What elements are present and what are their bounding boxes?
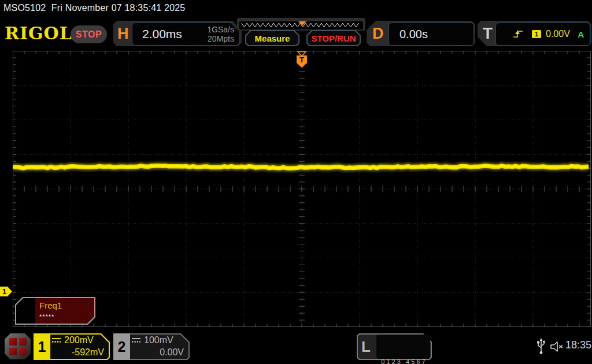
logic-badge-letter: L — [357, 333, 375, 360]
logic-channels-badge[interactable]: L 0 1 2 3 4 5 6 7 8 9 10 11 12 13 14 15 — [357, 333, 432, 360]
logic-channels-row1: 0 1 2 3 4 5 6 7 — [376, 356, 430, 364]
memory-depth: 20Mpts — [207, 34, 234, 43]
channel1-badge[interactable]: 1 200mV -592mV — [34, 333, 110, 360]
stop-run-button-label: STOP/RUN — [308, 31, 360, 45]
delay-readout: 0.00s — [388, 23, 474, 46]
delay-panel[interactable]: D 0.00s — [367, 21, 475, 46]
trigger-source-badge: 1 — [532, 30, 541, 38]
channel2-number: 2 — [113, 333, 130, 360]
trigger-readout: 1 0.00V A — [495, 23, 590, 46]
usb-icon — [536, 338, 546, 355]
speaker-muted-icon — [549, 340, 564, 353]
sample-rate: 1GSa/s — [207, 25, 234, 34]
measurement-value: ***** — [39, 313, 54, 320]
delay-label: D — [372, 21, 384, 46]
channel2-badge[interactable]: 2 100mV 0.00V — [113, 333, 190, 360]
channel1-level-marker[interactable]: 1 — [0, 287, 12, 296]
trigger-label: T — [483, 21, 493, 46]
channel1-offset: -592mV — [51, 346, 106, 358]
dc-coupling-icon — [131, 337, 141, 343]
channel1-waveform-trace — [13, 166, 589, 169]
rigol-logo: RIGOL — [5, 23, 72, 43]
channel2-scale: 100mV — [144, 334, 173, 346]
measurement-label: Freq1 — [39, 300, 62, 310]
waveform-preview-strip[interactable] — [237, 18, 365, 31]
grid-lines — [13, 51, 591, 327]
channel2-offset: 0.00V — [131, 346, 186, 358]
horizontal-label: H — [117, 21, 129, 46]
channel1-number: 1 — [34, 333, 50, 360]
rising-edge-trigger-icon — [512, 29, 524, 39]
measurement-item-freq1[interactable]: Freq1 ***** — [15, 297, 95, 325]
preview-waveform-icon — [237, 18, 365, 31]
menu-grid-icon — [9, 338, 17, 346]
device-title-and-datetime: MSO5102 Fri November 07 18:35:41 2025 — [3, 3, 185, 13]
trigger-marker-letter: T — [299, 55, 304, 64]
horizontal-settings-panel[interactable]: H 2.00ms 1GSa/s 20Mpts — [113, 21, 242, 46]
main-menu-grid-button[interactable] — [5, 333, 31, 359]
channel1-scale: 200mV — [64, 334, 94, 346]
graticule: T — [13, 51, 591, 327]
trigger-position-marker[interactable]: T — [297, 52, 307, 68]
sample-rate-memory-depth: 1GSa/s 20Mpts — [207, 25, 234, 43]
delay-value: 0.00s — [399, 23, 428, 45]
horizontal-readout: 2.00ms 1GSa/s 20Mpts — [132, 23, 239, 46]
status-clock: 18:35 — [565, 339, 591, 351]
acquisition-status-badge: STOP — [71, 25, 107, 43]
trigger-sweep-mode: A — [578, 29, 584, 39]
stop-run-button[interactable]: STOP/RUN — [306, 30, 361, 46]
trigger-level-value: 0.00V — [546, 29, 570, 39]
timebase-value: 2.00ms — [142, 23, 182, 45]
trigger-panel[interactable]: T 1 0.00V A — [478, 21, 591, 46]
dc-coupling-icon — [51, 337, 61, 343]
measure-button-label: Measure — [246, 31, 298, 45]
measure-button[interactable]: Measure — [245, 30, 299, 46]
